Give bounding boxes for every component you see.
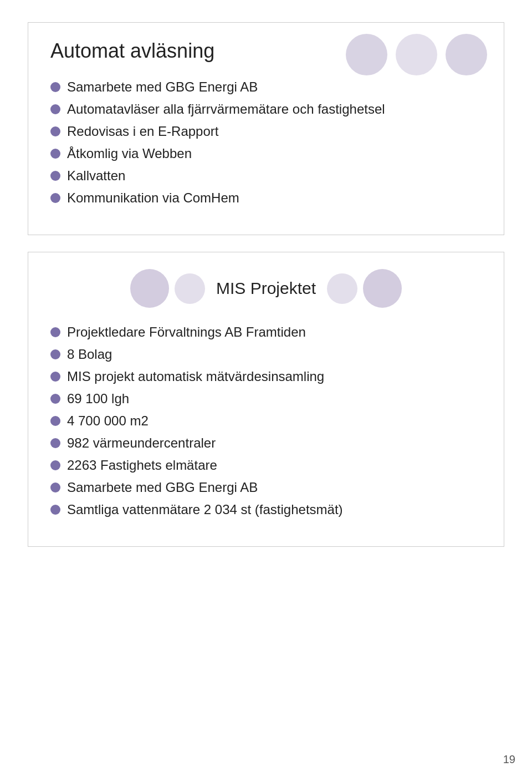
list-item: Kommunikation via ComHem — [50, 190, 482, 206]
list-item-text: Kallvatten — [67, 168, 125, 184]
list-item: 8 Bolag — [50, 347, 482, 362]
list-item: 982 värmeundercentraler — [50, 435, 482, 451]
mis-circles-left — [130, 269, 205, 308]
bullet-dot — [50, 126, 60, 136]
mis-circles-right — [327, 269, 402, 308]
bullet-dot — [50, 349, 60, 359]
list-item: Redovisas i en E-Rapport — [50, 124, 482, 139]
bullet-dot — [50, 171, 60, 181]
bullet-dot — [50, 505, 60, 515]
list-item: Automatavläser alla fjärrvärmemätare och… — [50, 101, 482, 117]
bullet-dot — [50, 149, 60, 159]
bullet-dot — [50, 483, 60, 492]
bullet-dot — [50, 193, 60, 203]
decorative-circles-top — [346, 34, 487, 75]
list-item-text: 982 värmeundercentraler — [67, 435, 216, 451]
bullet-dot — [50, 327, 60, 337]
bullet-dot — [50, 82, 60, 92]
list-item-text: 69 100 lgh — [67, 391, 129, 407]
list-item: 2263 Fastighets elmätare — [50, 458, 482, 473]
list-item-text: 2263 Fastighets elmätare — [67, 458, 217, 473]
circle-2 — [396, 34, 437, 75]
list-item-text: Samarbete med GBG Energi AB — [67, 79, 258, 95]
bullet-dot — [50, 438, 60, 448]
bullet-dot — [50, 372, 60, 382]
list-item-text: Redovisas i en E-Rapport — [67, 124, 218, 139]
page-number: 19 — [503, 753, 515, 766]
list-item-text: MIS projekt automatisk mätvärdesinsamlin… — [67, 369, 324, 384]
list-item: 69 100 lgh — [50, 391, 482, 407]
mis-title: MIS Projektet — [216, 279, 316, 298]
list-item: Samarbete med GBG Energi AB — [50, 79, 482, 95]
circle-right-2 — [363, 269, 402, 308]
bottom-section: MIS Projektet Projektledare Förvaltnings… — [28, 252, 504, 547]
page-container: Automat avläsning Samarbete med GBG Ener… — [0, 0, 532, 777]
list-item-text: Projektledare Förvaltnings AB Framtiden — [67, 324, 306, 340]
list-item-text: Automatavläser alla fjärrvärmemätare och… — [67, 101, 385, 117]
list-item-text: 4 700 000 m2 — [67, 413, 149, 429]
list-item: Kallvatten — [50, 168, 482, 184]
list-item-text: Åtkomlig via Webben — [67, 146, 192, 161]
list-item: Samarbete med GBG Energi AB — [50, 480, 482, 495]
circle-1 — [346, 34, 387, 75]
bullet-dot — [50, 104, 60, 114]
bottom-bullet-list: Projektledare Förvaltnings AB Framtiden … — [50, 324, 482, 517]
list-item-text: 8 Bolag — [67, 347, 112, 362]
circle-right-1 — [327, 273, 357, 304]
list-item: MIS projekt automatisk mätvärdesinsamlin… — [50, 369, 482, 384]
mis-header: MIS Projektet — [50, 269, 482, 308]
list-item: 4 700 000 m2 — [50, 413, 482, 429]
list-item-text: Samarbete med GBG Energi AB — [67, 480, 258, 495]
top-bullet-list: Samarbete med GBG Energi AB Automatavläs… — [50, 79, 482, 206]
list-item-text: Kommunikation via ComHem — [67, 190, 239, 206]
circle-left-1 — [130, 269, 169, 308]
list-item: Samtliga vattenmätare 2 034 st (fastighe… — [50, 502, 482, 517]
top-section: Automat avläsning Samarbete med GBG Ener… — [28, 22, 504, 235]
list-item: Projektledare Förvaltnings AB Framtiden — [50, 324, 482, 340]
circle-3 — [446, 34, 487, 75]
bullet-dot — [50, 416, 60, 426]
bullet-dot — [50, 394, 60, 404]
circle-left-2 — [175, 273, 205, 304]
list-item-text: Samtliga vattenmätare 2 034 st (fastighe… — [67, 502, 343, 517]
list-item: Åtkomlig via Webben — [50, 146, 482, 161]
bullet-dot — [50, 460, 60, 470]
